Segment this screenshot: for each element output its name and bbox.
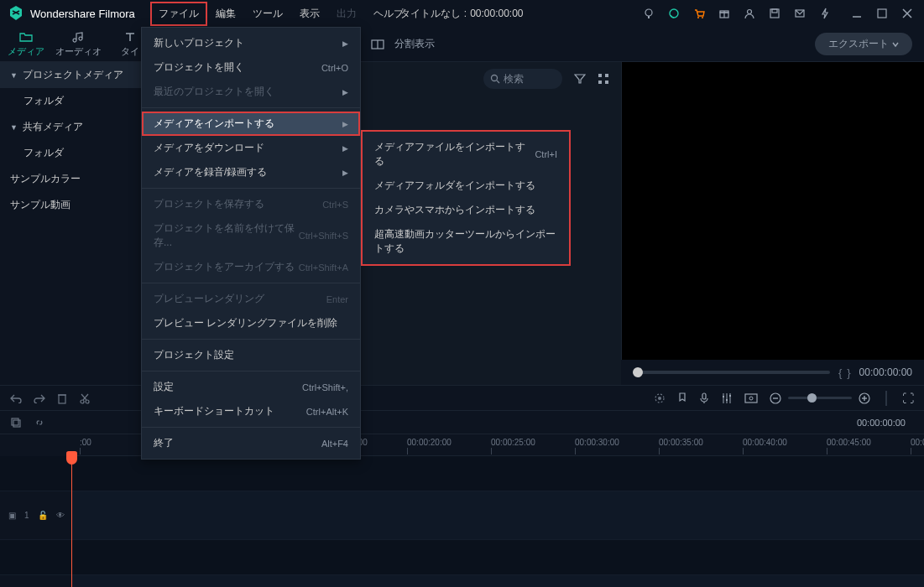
ruler-tick: :00 (80, 438, 91, 447)
menu-save-project[interactable]: プロジェクトを保存するCtrl+S (142, 192, 360, 216)
menu-save-as[interactable]: プロジェクトを名前を付けて保存...Ctrl+Shift+S (142, 216, 360, 255)
adjust-icon[interactable] (744, 393, 758, 403)
grid-view-icon[interactable] (598, 73, 609, 85)
cut-icon[interactable] (79, 392, 91, 404)
split-view-label[interactable]: 分割表示 (394, 37, 435, 51)
tab-audio-label: オーディオ (55, 45, 102, 58)
submenu-import-cutter[interactable]: 超高速動画カッターツールからインポートする (363, 222, 569, 261)
svg-point-3 (697, 17, 699, 18)
svg-rect-46 (729, 395, 731, 397)
svg-rect-22 (598, 74, 602, 77)
menu-view[interactable]: 表示 (291, 2, 328, 26)
menu-exit[interactable]: 終了Alt+F4 (142, 431, 360, 455)
marker-braces: {} (838, 366, 851, 379)
delete-icon[interactable] (57, 392, 67, 404)
menu-new-project[interactable]: 新しいプロジェクト▶ (142, 31, 360, 55)
timeline-area: ⛶ 00:00:00:00 :00 00:00:05:00 00:00:10:0… (0, 385, 924, 587)
menu-separator (142, 339, 360, 340)
search-placeholder: 検索 (504, 72, 524, 86)
preview-timecode: 00:00:00:00 (859, 366, 912, 378)
render-icon[interactable] (654, 392, 666, 404)
ruler-tick: 00:00:20:00 (407, 438, 452, 447)
tab-title-label: タイ (121, 45, 139, 58)
window-maximize-icon[interactable] (877, 8, 887, 18)
menu-keyboard-shortcuts[interactable]: キーボードショートカットCtrl+Alt+K (142, 399, 360, 423)
svg-point-34 (81, 400, 84, 403)
link-icon[interactable] (34, 417, 45, 429)
slider-knob-icon (633, 367, 643, 377)
user-icon[interactable] (743, 7, 756, 20)
playhead[interactable] (71, 460, 72, 587)
menu-preview-render[interactable]: プレビューレンダリングEnter (142, 287, 360, 311)
mic-icon[interactable] (699, 392, 709, 404)
audio-track-body[interactable] (71, 575, 924, 587)
title-label: タイトルなし : (400, 7, 467, 21)
submenu-arrow-icon: ▶ (342, 169, 348, 177)
submenu-import-files[interactable]: メディアファイルをインポートするCtrl+I (363, 135, 569, 174)
svg-point-39 (658, 397, 661, 400)
menu-preferences[interactable]: 設定Ctrl+Shift+, (142, 375, 360, 399)
menu-import-media[interactable]: メディアをインポートする▶ (142, 112, 360, 136)
menu-download-media[interactable]: メディアをダウンロード▶ (142, 136, 360, 160)
svg-line-21 (497, 81, 499, 83)
cart-icon[interactable] (692, 7, 706, 20)
video-track-body[interactable] (71, 491, 924, 539)
window-close-icon[interactable] (902, 8, 912, 18)
zoom-out-icon[interactable] (770, 392, 781, 404)
mail-icon[interactable] (793, 7, 807, 20)
menu-separator (142, 371, 360, 371)
lightning-icon[interactable] (818, 7, 832, 20)
svg-point-35 (86, 400, 89, 403)
media-panel-toolbar: 検索 (483, 69, 609, 89)
video-track[interactable]: ▣ 1 🔓 👁 (0, 491, 924, 540)
eye-icon[interactable]: 👁 (56, 511, 65, 520)
save-icon[interactable] (768, 7, 781, 20)
tab-media[interactable]: メディア (0, 27, 52, 61)
menu-file[interactable]: ファイル (150, 2, 207, 26)
menu-open-project[interactable]: プロジェクトを開くCtrl+O (142, 55, 360, 80)
marker-icon[interactable] (677, 392, 687, 404)
audio-track[interactable]: ♪ 1 🔓 🔊 (0, 575, 924, 587)
undo-icon[interactable] (10, 393, 22, 403)
chevron-down-icon (892, 41, 899, 48)
preview-progress-slider[interactable] (633, 371, 830, 374)
gift-icon[interactable] (718, 7, 731, 20)
export-button[interactable]: エクスポート (815, 33, 912, 55)
redo-icon[interactable] (34, 393, 45, 403)
zoom-control (770, 392, 870, 404)
sidebar-item-label: 共有メディア (23, 120, 83, 134)
sidebar-item-label: フォルダ (23, 146, 64, 160)
submenu-import-folder[interactable]: メディアフォルダをインポートする (363, 174, 569, 198)
menu-output[interactable]: 出力 (328, 2, 365, 26)
menu-project-settings[interactable]: プロジェクト設定 (142, 343, 360, 367)
support-icon[interactable] (667, 7, 681, 20)
menu-record-media[interactable]: メディアを録音/録画する▶ (142, 160, 360, 184)
menu-archive[interactable]: プロジェクトをアーカイブするCtrl+Shift+A (142, 255, 360, 279)
svg-rect-13 (878, 9, 886, 18)
submenu-import-device[interactable]: カメラやスマホからインポートする (363, 198, 569, 222)
track-number: 1 (24, 511, 29, 520)
svg-rect-54 (12, 418, 18, 425)
copy-icon[interactable] (10, 417, 22, 429)
menu-delete-preview-render[interactable]: プレビュー レンダリングファイルを削除 (142, 311, 360, 335)
menu-tools[interactable]: ツール (244, 2, 291, 26)
view-switch: 分割表示 (361, 27, 435, 61)
menu-recent-projects[interactable]: 最近のプロジェクトを開く▶ (142, 80, 360, 104)
filter-icon[interactable] (574, 73, 586, 85)
fit-icon[interactable]: ⛶ (902, 392, 914, 405)
lock-icon[interactable]: 🔓 (38, 511, 48, 520)
svg-rect-47 (745, 394, 757, 403)
zoom-in-icon[interactable] (859, 392, 870, 404)
search-input[interactable]: 検索 (483, 69, 562, 89)
split-view-icon[interactable] (371, 39, 384, 49)
tab-audio[interactable]: オーディオ (52, 27, 104, 61)
tab-media-label: メディア (8, 45, 44, 58)
mixer-icon[interactable] (721, 392, 733, 404)
tips-icon[interactable] (642, 7, 655, 20)
menu-edit[interactable]: 編集 (207, 2, 244, 26)
window-minimize-icon[interactable] (852, 8, 862, 18)
svg-point-8 (748, 10, 752, 14)
secondary-toolbar: メディア オーディオ タイ 分割表示 エクスポート (0, 27, 924, 62)
divider (885, 391, 887, 406)
zoom-slider[interactable] (788, 397, 852, 399)
